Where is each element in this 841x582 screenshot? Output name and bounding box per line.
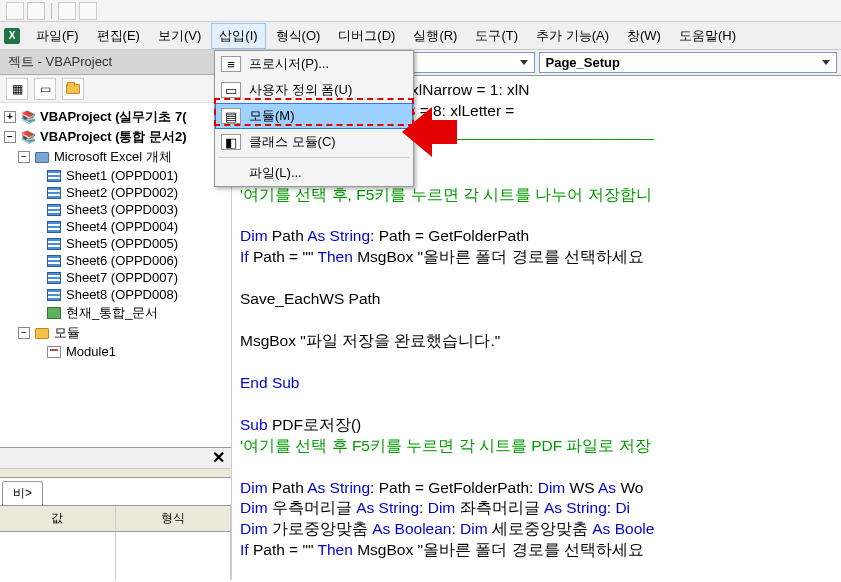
props-type-cell[interactable] xyxy=(116,532,232,580)
view-code-btn[interactable]: ▦ xyxy=(6,78,28,100)
menu-item-procedure[interactable]: ≡ 프로시저(P)... xyxy=(215,51,413,77)
props-value-cell[interactable] xyxy=(0,532,116,580)
chevron-down-icon xyxy=(520,60,528,65)
project-toolbar: ▦ ▭ xyxy=(0,75,231,103)
file-icon xyxy=(221,165,241,181)
menu-window[interactable]: 창(W) xyxy=(619,23,669,49)
menubar: X 파일(F) 편집(E) 보기(V) 삽입(I) 형식(O) 디버그(D) 실… xyxy=(0,22,841,50)
procedure-dropdown[interactable]: Page_Setup xyxy=(539,52,838,73)
menu-addins[interactable]: 추가 기능(A) xyxy=(528,23,617,49)
project-tree[interactable]: + 📚 VBAProject (실무기초 7( − 📚 VBAProject (… xyxy=(0,103,231,447)
sheet-icon xyxy=(47,255,61,267)
chevron-down-icon xyxy=(822,60,830,65)
insert-dropdown-menu: ≡ 프로시저(P)... ▭ 사용자 정의 폼(U) ▤ 모듈(M) ◧ 클래스… xyxy=(214,50,414,187)
tree-item-sheet[interactable]: Sheet1 (OPPD001) xyxy=(0,167,231,184)
menu-help[interactable]: 도움말(H) xyxy=(671,23,744,49)
project-node[interactable]: − 📚 VBAProject (통합 문서2) xyxy=(0,127,231,147)
workbook-icon xyxy=(47,307,61,319)
toggle-folders-btn[interactable] xyxy=(62,78,84,100)
tree-folder-modules[interactable]: − 모듈 xyxy=(0,323,231,343)
menu-debug[interactable]: 디버그(D) xyxy=(330,23,403,49)
collapse-icon[interactable]: − xyxy=(18,327,30,339)
menu-format[interactable]: 형식(O) xyxy=(268,23,329,49)
props-col-value: 값 xyxy=(0,506,116,531)
sheet-icon xyxy=(47,238,61,250)
menu-item-class-module[interactable]: ◧ 클래스 모듈(C) xyxy=(215,129,413,155)
tree-item-sheet[interactable]: Sheet6 (OPPD006) xyxy=(0,252,231,269)
module-icon xyxy=(47,346,61,358)
tree-item-sheet[interactable]: Sheet8 (OPPD008) xyxy=(0,286,231,303)
collapse-icon[interactable]: − xyxy=(18,151,30,163)
menu-item-file[interactable]: 파일(L)... xyxy=(215,160,413,186)
menu-view[interactable]: 보기(V) xyxy=(150,23,209,49)
project-title: 젝트 - VBAProject xyxy=(0,50,231,75)
quick-toolbar xyxy=(0,0,841,22)
expand-icon[interactable]: + xyxy=(4,111,16,123)
tree-item-module[interactable]: Module1 xyxy=(0,343,231,360)
project-explorer-panel: 젝트 - VBAProject ▦ ▭ + 📚 VBAProject (실무기초… xyxy=(0,50,232,580)
tree-item-sheet[interactable]: Sheet4 (OPPD004) xyxy=(0,218,231,235)
procedure-icon: ≡ xyxy=(221,56,241,72)
toolbar-btn[interactable] xyxy=(58,2,76,20)
sheet-icon xyxy=(47,289,61,301)
toolbar-btn[interactable] xyxy=(6,2,24,20)
props-col-type: 형식 xyxy=(116,506,232,531)
menu-insert[interactable]: 삽입(I) xyxy=(211,23,265,49)
menu-edit[interactable]: 편집(E) xyxy=(89,23,148,49)
collapse-icon[interactable]: − xyxy=(4,131,16,143)
menu-item-userform[interactable]: ▭ 사용자 정의 폼(U) xyxy=(215,77,413,103)
tree-item-sheet[interactable]: Sheet3 (OPPD003) xyxy=(0,201,231,218)
menu-file[interactable]: 파일(F) xyxy=(28,23,87,49)
class-module-icon: ◧ xyxy=(221,134,241,150)
tree-item-sheet[interactable]: Sheet2 (OPPD002) xyxy=(0,184,231,201)
tree-item-sheet[interactable]: Sheet5 (OPPD005) xyxy=(0,235,231,252)
folder-icon xyxy=(35,328,49,339)
menu-item-module[interactable]: ▤ 모듈(M) xyxy=(215,103,413,129)
folder-icon xyxy=(35,152,49,163)
tree-folder[interactable]: − Microsoft Excel 개체 xyxy=(0,147,231,167)
tree-item-sheet[interactable]: Sheet7 (OPPD007) xyxy=(0,269,231,286)
project-node[interactable]: + 📚 VBAProject (실무기초 7( xyxy=(0,107,231,127)
properties-panel: ✕ 비> 값 형식 xyxy=(0,447,231,580)
close-button[interactable]: ✕ xyxy=(0,448,231,469)
props-tab-alpha[interactable]: 비> xyxy=(2,481,43,505)
excel-icon: X xyxy=(4,28,20,44)
vbaproject-icon: 📚 xyxy=(20,110,36,124)
props-header-alpha[interactable] xyxy=(0,469,231,477)
vbaproject-icon: 📚 xyxy=(20,130,36,144)
sheet-icon xyxy=(47,221,61,233)
sheet-icon xyxy=(47,272,61,284)
menu-divider xyxy=(219,157,409,158)
module-icon: ▤ xyxy=(221,108,241,124)
sheet-icon xyxy=(47,187,61,199)
menu-tools[interactable]: 도구(T) xyxy=(467,23,526,49)
userform-icon: ▭ xyxy=(221,82,241,98)
sheet-icon xyxy=(47,170,61,182)
toolbar-btn[interactable] xyxy=(27,2,45,20)
sheet-icon xyxy=(47,204,61,216)
view-object-btn[interactable]: ▭ xyxy=(34,78,56,100)
menu-run[interactable]: 실행(R) xyxy=(405,23,465,49)
tree-item-workbook[interactable]: 현재_통합_문서 xyxy=(0,303,231,323)
toolbar-btn[interactable] xyxy=(79,2,97,20)
